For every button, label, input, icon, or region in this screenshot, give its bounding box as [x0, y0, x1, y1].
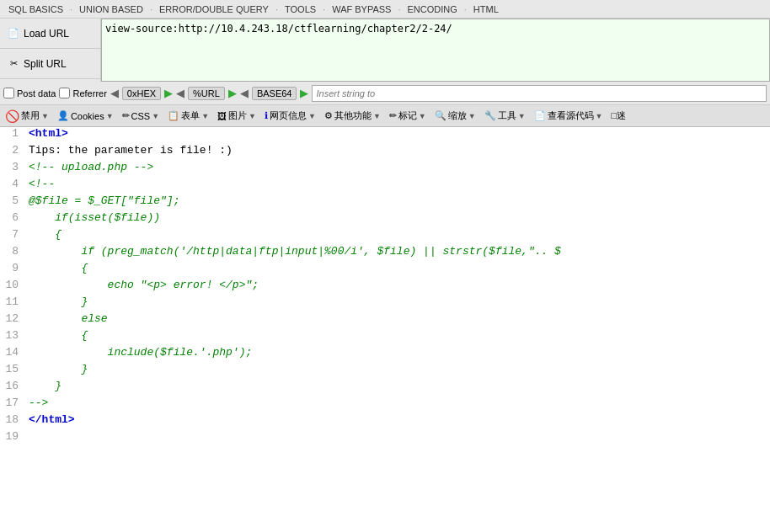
- tb2-ban[interactable]: 🚫 禁用 ▼: [2, 108, 52, 125]
- line-code: }: [25, 380, 770, 396]
- table-row: 8 if (preg_match('/http|data|ftp|input|%…: [0, 245, 770, 262]
- hex-arrow-left: ◀: [110, 87, 119, 99]
- tb2-pageinfo[interactable]: ℹ 网页信息 ▼: [261, 108, 319, 124]
- referrer-label: Referrer: [72, 88, 106, 98]
- url-input[interactable]: view-source:http://10.4.243.18/ctflearni…: [105, 23, 766, 77]
- tb2-extra-label: □迷: [612, 109, 627, 122]
- zoom-icon: 🔍: [435, 110, 446, 121]
- tb2-forms[interactable]: 📋 表单 ▼: [164, 108, 212, 124]
- line-code: echo "<p> error! </p>";: [25, 279, 770, 295]
- nav-item-error[interactable]: ERROR/DOUBLE QUERY: [154, 3, 274, 16]
- tb2-ban-label: 禁用: [21, 109, 40, 122]
- table-row: 5@$file = $_GET["file"];: [0, 194, 770, 211]
- line-number: 3: [0, 161, 25, 178]
- toolbar: Post data Referrer ◀ 0xHEX ▶ ◀ %URL ▶ ◀ …: [0, 82, 770, 105]
- table-row: 2Tips: the parameter is file! :): [0, 144, 770, 161]
- table-row: 4<!--: [0, 178, 770, 194]
- tb2-viewsource-label: 查看源代码: [548, 109, 594, 122]
- referrer-checkbox[interactable]: [59, 88, 70, 98]
- css-icon: ✏: [122, 110, 130, 121]
- tb2-other[interactable]: ⚙ 其他功能 ▼: [321, 108, 384, 124]
- insert-string-input[interactable]: [312, 85, 767, 102]
- table-row: 1<html>: [0, 127, 770, 144]
- nav-item-sql-basics[interactable]: SQL BASICS: [3, 3, 68, 16]
- line-code: {: [25, 228, 770, 245]
- post-data-checkbox[interactable]: [3, 88, 14, 98]
- tb2-cookies[interactable]: 👤 Cookies ▼: [54, 109, 117, 123]
- tools-icon: 🔧: [484, 110, 496, 121]
- line-number: 1: [0, 127, 25, 144]
- tb2-tools[interactable]: 🔧 工具 ▼: [481, 108, 529, 124]
- hex-button[interactable]: 0xHEX: [122, 87, 161, 100]
- base64-arrow-right: ▶: [300, 87, 308, 99]
- line-code: }: [25, 363, 770, 380]
- tb2-css[interactable]: ✏ CSS ▼: [119, 109, 163, 123]
- line-number: 18: [0, 413, 25, 430]
- table-row: 11 }: [0, 295, 770, 312]
- line-number: 15: [0, 363, 25, 380]
- nav-item-waf[interactable]: WAF BYPASS: [327, 3, 396, 16]
- line-code: [25, 430, 770, 447]
- split-url-label: Split URL: [24, 58, 67, 70]
- split-url-button[interactable]: ✂ Split URL: [0, 49, 100, 79]
- tb2-pageinfo-label: 网页信息: [270, 109, 307, 122]
- tb2-extra[interactable]: □迷: [608, 108, 630, 124]
- tb2-cookies-label: Cookies: [71, 111, 104, 121]
- referrer-checkbox-item[interactable]: Referrer: [59, 88, 106, 98]
- table-row: 15 }: [0, 363, 770, 380]
- table-row: 9 {: [0, 262, 770, 279]
- base64-button[interactable]: BASE64: [252, 87, 297, 100]
- line-number: 19: [0, 430, 25, 447]
- line-number: 11: [0, 295, 25, 312]
- cookies-icon: 👤: [57, 110, 69, 121]
- line-code: <!--: [25, 178, 770, 194]
- tb2-mark[interactable]: ✏ 标记 ▼: [386, 108, 430, 124]
- table-row: 7 {: [0, 228, 770, 245]
- line-code: Tips: the parameter is file! :): [25, 144, 770, 161]
- info-icon: ℹ: [265, 110, 268, 121]
- load-url-button[interactable]: 📄 Load URL: [0, 19, 100, 49]
- url-encode-label: %URL: [193, 88, 220, 98]
- table-row: 10 echo "<p> error! </p>";: [0, 279, 770, 295]
- post-data-checkbox-item[interactable]: Post data: [3, 88, 56, 98]
- other-icon: ⚙: [324, 110, 333, 121]
- code-area: 1<html>2Tips: the parameter is file! :)3…: [0, 127, 770, 532]
- nav-item-html[interactable]: HTML: [468, 3, 504, 16]
- split-url-icon: ✂: [7, 57, 20, 71]
- table-row: 14 include($file.'.php');: [0, 346, 770, 363]
- line-number: 13: [0, 329, 25, 346]
- nav-item-union[interactable]: UNION BASED: [74, 3, 148, 16]
- hex-arrow-right: ▶: [164, 87, 173, 99]
- nav-item-tools[interactable]: TOOLS: [280, 3, 321, 16]
- table-row: 18</html>: [0, 413, 770, 430]
- base64-label: BASE64: [257, 88, 292, 98]
- forms-icon: 📋: [168, 110, 179, 121]
- hex-label: 0xHEX: [127, 88, 156, 98]
- images-icon: 🖼: [217, 111, 227, 121]
- tb2-css-label: CSS: [131, 111, 151, 121]
- base64-arrow-left: ◀: [240, 87, 249, 99]
- tb2-images[interactable]: 🖼 图片 ▼: [214, 108, 259, 124]
- line-code: {: [25, 329, 770, 346]
- tb2-forms-label: 表单: [181, 109, 200, 122]
- line-number: 12: [0, 312, 25, 329]
- table-row: 13 {: [0, 329, 770, 346]
- tb2-viewsource[interactable]: 📄 查看源代码 ▼: [531, 108, 607, 124]
- line-number: 6: [0, 211, 25, 228]
- url-encode-button[interactable]: %URL: [188, 87, 225, 100]
- line-code: @$file = $_GET["file"];: [25, 194, 770, 211]
- url-arrow-right: ▶: [228, 87, 237, 99]
- line-number: 4: [0, 178, 25, 194]
- line-number: 17: [0, 396, 25, 413]
- top-nav: SQL BASICS · UNION BASED · ERROR/DOUBLE …: [0, 0, 770, 19]
- line-code: -->: [25, 396, 770, 413]
- table-row: 12 else: [0, 312, 770, 329]
- nav-item-encoding[interactable]: ENCODING: [403, 3, 463, 16]
- code-table: 1<html>2Tips: the parameter is file! :)3…: [0, 127, 770, 447]
- tb2-tools-label: 工具: [498, 109, 516, 122]
- line-number: 2: [0, 144, 25, 161]
- tb2-mark-label: 标记: [398, 109, 417, 122]
- line-code: if(isset($file)): [25, 211, 770, 228]
- ban-icon: 🚫: [5, 109, 19, 123]
- tb2-zoom[interactable]: 🔍 缩放 ▼: [431, 108, 479, 124]
